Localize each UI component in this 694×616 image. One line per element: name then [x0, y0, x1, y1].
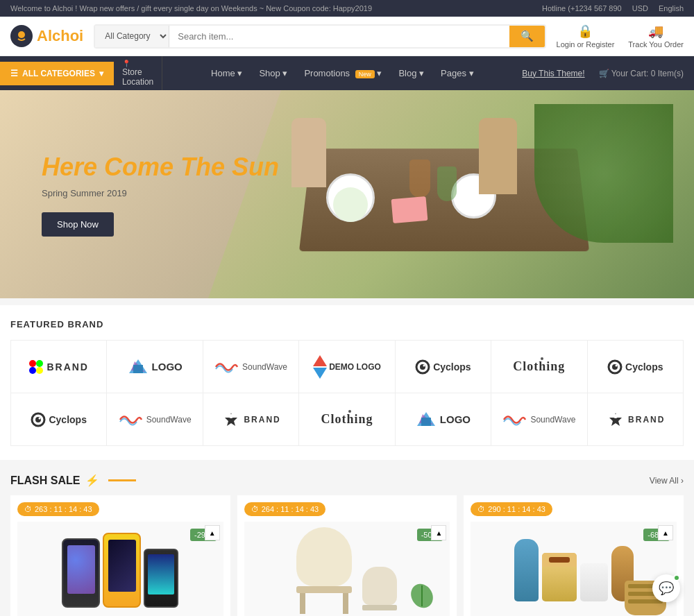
brand-10-text: BRAND	[244, 415, 280, 425]
category-select[interactable]: All Category	[95, 26, 169, 47]
hero-content: Here Come The Sun Spring Summer 2019 Sho…	[42, 152, 279, 236]
brand-4-text: DEMO LOGO	[329, 362, 381, 372]
svg-point-1	[29, 360, 36, 367]
flash-products-grid: ⏱ 263 : 11 : 14 : 43 -29% ▲	[10, 495, 684, 616]
leaf-decoration	[408, 582, 436, 612]
logo3d-brand-2: LOGO	[416, 411, 471, 428]
search-input[interactable]	[169, 26, 509, 47]
cart-nav[interactable]: 🛒 Your Cart: 0 Item(s)	[599, 69, 684, 78]
svg-point-16	[39, 417, 41, 419]
brand-item-7[interactable]: Cyclops	[588, 341, 683, 393]
hero-subtitle: Spring Summer 2019	[42, 188, 279, 198]
soundwave-brand-2: SoundWave	[119, 412, 192, 427]
svg-point-4	[36, 367, 43, 374]
view-all-link[interactable]: View All ›	[650, 476, 684, 486]
nav-item-promotions[interactable]: Promotions New ▾	[296, 61, 390, 85]
track-action[interactable]: 🚚 Track You Order	[628, 24, 684, 49]
login-label: Login or Register	[557, 40, 615, 49]
chair-main	[296, 527, 352, 614]
nav-link-home[interactable]: Home ▾	[203, 61, 251, 85]
scroll-up-3[interactable]: ▲	[658, 525, 673, 540]
top-bar: Welcome to Alchoi ! Wrap new offers / gi…	[0, 0, 694, 17]
all-categories-button[interactable]: ☰ ALL CATEGORIES ▾	[0, 62, 114, 85]
brand-item-3[interactable]: SoundWave	[203, 341, 298, 393]
nav-item-pages[interactable]: Pages ▾	[432, 61, 482, 85]
brand-item-11[interactable]: Clothing	[299, 393, 394, 445]
hero-cta-button[interactable]: Shop Now	[42, 212, 114, 237]
nav-item-shop[interactable]: Shop ▾	[251, 61, 296, 85]
beauty-display	[509, 533, 639, 607]
svg-point-0	[18, 31, 25, 38]
brands-section-title: FEATURED BRAND	[10, 319, 684, 330]
timer-badge-1: ⏱ 263 : 11 : 14 : 43	[17, 502, 99, 516]
phones-display	[55, 526, 185, 615]
nav-link-promotions[interactable]: Promotions New ▾	[296, 61, 390, 85]
brand-7-text: Cyclops	[625, 361, 663, 373]
cyclops-brand-2: Cyclops	[607, 359, 663, 375]
nav-item-blog[interactable]: Blog ▾	[390, 61, 432, 85]
brand-item-10[interactable]: BRAND	[203, 393, 298, 445]
brand-item-8[interactable]: Cyclops	[11, 393, 106, 445]
brand-2-text: LOGO	[152, 361, 183, 373]
currency-selector[interactable]: USD	[632, 4, 648, 12]
product-image-1: -29% ▲	[17, 522, 223, 616]
svg-point-13	[616, 364, 618, 366]
logo[interactable]: Alchoi	[10, 25, 83, 47]
brand-14-text: BRAND	[628, 415, 665, 425]
svg-point-17	[229, 414, 233, 418]
logo-icon	[10, 25, 33, 47]
brand-item-9[interactable]: SoundWave	[107, 393, 202, 445]
svg-rect-20	[421, 418, 431, 426]
svg-point-21	[613, 414, 618, 418]
scroll-up-2[interactable]: ▲	[431, 525, 446, 540]
login-action[interactable]: 🔒 Login or Register	[557, 24, 615, 49]
scroll-up-1[interactable]: ▲	[205, 525, 220, 540]
brand-item-12[interactable]: LOGO	[396, 393, 491, 445]
header-actions: 🔒 Login or Register 🚚 Track You Order	[557, 24, 684, 49]
search-bar: All Category 🔍	[94, 24, 545, 49]
buy-theme-link[interactable]: Buy This Theme!	[522, 69, 584, 78]
brands-grid: BRAND LOGO SoundWave	[10, 340, 684, 446]
flash-product-3: ⏱ 290 : 11 : 14 : 43 -68% ▲	[464, 495, 684, 616]
nav-link-pages[interactable]: Pages ▾	[432, 61, 482, 85]
store-location[interactable]: 📍 StoreLocation	[114, 56, 162, 90]
hero-title: Here Come The Sun	[42, 152, 279, 182]
clothing-brand-1: Clothing	[513, 359, 565, 374]
brand-3-text: SoundWave	[242, 362, 287, 372]
brand-9-text: SoundWave	[146, 415, 192, 425]
nav-top-right: Buy This Theme! 🛒 Your Cart: 0 Item(s)	[522, 69, 694, 78]
hamburger-icon: ☰	[10, 69, 18, 78]
brand-item-2[interactable]: LOGO	[107, 341, 202, 393]
chair-side	[362, 567, 397, 610]
chat-icon: 💬	[659, 581, 674, 596]
promotions-badge: New	[355, 70, 375, 78]
nav-item-home[interactable]: Home ▾	[203, 61, 251, 85]
brand-item-6[interactable]: Clothing	[491, 341, 586, 393]
language-selector[interactable]: English	[659, 4, 684, 12]
timer-badge-3: ⏱ 290 : 11 : 14 : 43	[471, 502, 552, 516]
lightning-icon: ⚡	[85, 474, 99, 487]
brand-item-5[interactable]: Cyclops	[396, 341, 491, 393]
clock-icon-2: ⏱	[251, 505, 259, 513]
chat-bubble[interactable]: 💬	[652, 574, 680, 602]
brand-item-13[interactable]: SoundWave	[491, 393, 586, 445]
store-label: StoreLocation	[122, 67, 153, 87]
brand-item-1[interactable]: BRAND	[11, 341, 106, 393]
nav-link-blog[interactable]: Blog ▾	[390, 61, 432, 85]
cyclops-brand-1: Cyclops	[415, 359, 471, 375]
soundwave-brand-3: SoundWave	[502, 412, 575, 427]
brand-item-4[interactable]: DEMO LOGO	[299, 341, 394, 393]
soundwave-brand: SoundWave	[214, 359, 287, 375]
clock-icon-1: ⏱	[24, 505, 32, 513]
brand-13-text: SoundWave	[530, 415, 575, 425]
svg-point-2	[36, 360, 43, 367]
nav-link-shop[interactable]: Shop ▾	[251, 61, 296, 85]
search-button[interactable]: 🔍	[509, 26, 545, 47]
header: Alchoi All Category 🔍 🔒 Login or Registe…	[0, 17, 694, 56]
logo-text: Alchoi	[37, 27, 83, 45]
hero-image	[271, 104, 673, 298]
timer-badge-2: ⏱ 264 : 11 : 14 : 43	[244, 502, 326, 516]
brand-item-14[interactable]: BRAND	[588, 393, 683, 445]
brand-star-logo: BRAND	[221, 411, 280, 428]
login-icon: 🔒	[577, 24, 593, 39]
